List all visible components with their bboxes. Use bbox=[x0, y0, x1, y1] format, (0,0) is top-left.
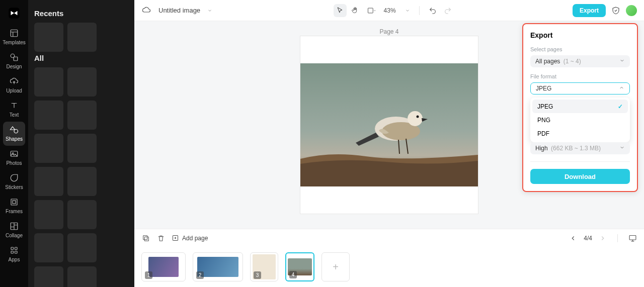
collage-icon bbox=[9, 221, 19, 231]
rail-text[interactable]: Text bbox=[3, 98, 25, 122]
rail-apps[interactable]: Apps bbox=[3, 242, 25, 266]
page-thumb-4[interactable]: 4 bbox=[285, 252, 314, 281]
shape-thumb[interactable] bbox=[34, 134, 63, 163]
download-button[interactable]: Download bbox=[530, 169, 630, 184]
file-format-dropdown[interactable]: JPEG bbox=[530, 82, 630, 94]
svg-rect-7 bbox=[11, 199, 17, 205]
rail-upload[interactable]: Upload bbox=[3, 73, 25, 98]
apps-icon bbox=[9, 245, 19, 255]
svg-point-4 bbox=[14, 129, 18, 133]
undo-button[interactable] bbox=[428, 6, 438, 16]
panel-recents-title: Recents bbox=[34, 9, 128, 18]
main-area: Untitled image 43% Export Page 4 bbox=[134, 0, 644, 287]
rail-collage[interactable]: Collage bbox=[3, 218, 25, 242]
svg-point-18 bbox=[408, 111, 423, 126]
document-title[interactable]: Untitled image bbox=[158, 7, 200, 14]
format-option-pdf[interactable]: PDF bbox=[532, 127, 628, 140]
zoom-caret-icon[interactable] bbox=[405, 6, 411, 15]
design-icon bbox=[9, 52, 19, 62]
canvas-image[interactable] bbox=[300, 63, 478, 186]
format-option-jpeg[interactable]: JPEG✓ bbox=[532, 100, 628, 113]
shape-thumb[interactable] bbox=[34, 67, 63, 97]
svg-rect-3 bbox=[14, 57, 18, 61]
cloud-sync-icon[interactable] bbox=[141, 6, 151, 16]
add-page-button[interactable]: Add page bbox=[172, 234, 208, 242]
nav-rail: Templates Design Upload Text Shapes Phot… bbox=[0, 0, 28, 287]
text-icon bbox=[9, 101, 19, 111]
hand-tool[interactable] bbox=[349, 4, 362, 17]
svg-rect-1 bbox=[11, 30, 18, 37]
delete-page-button[interactable] bbox=[156, 234, 166, 243]
templates-icon bbox=[9, 28, 19, 38]
panel-all-title: All bbox=[34, 54, 128, 62]
shape-thumb[interactable] bbox=[34, 233, 63, 262]
check-icon: ✓ bbox=[618, 103, 623, 110]
app-logo[interactable] bbox=[7, 6, 21, 20]
shield-icon[interactable] bbox=[611, 6, 621, 16]
chevron-down-icon bbox=[619, 145, 625, 152]
shape-thumb[interactable] bbox=[67, 233, 97, 262]
export-panel: Export Select pages All pages (1 ~ 4) Fi… bbox=[522, 23, 638, 192]
page-counter: 4/4 bbox=[584, 235, 592, 242]
export-title: Export bbox=[530, 31, 630, 39]
rail-templates[interactable]: Templates bbox=[3, 25, 25, 49]
title-caret-icon[interactable] bbox=[207, 6, 213, 15]
page-thumb-1[interactable]: 1 bbox=[141, 252, 186, 281]
shape-thumb[interactable] bbox=[34, 200, 63, 229]
next-page-button[interactable] bbox=[598, 234, 607, 243]
svg-rect-12 bbox=[11, 251, 14, 254]
duplicate-page-button[interactable] bbox=[141, 234, 150, 243]
shape-thumb[interactable] bbox=[67, 101, 97, 130]
shape-thumb[interactable] bbox=[34, 167, 63, 196]
format-option-png[interactable]: PNG bbox=[532, 113, 628, 127]
recent-thumb[interactable] bbox=[67, 23, 97, 52]
zoom-level[interactable]: 43% bbox=[384, 7, 396, 14]
add-page-icon bbox=[172, 234, 179, 242]
present-button[interactable] bbox=[628, 234, 637, 243]
photos-icon bbox=[9, 149, 19, 159]
quality-dropdown[interactable]: High (662 KB ~ 1.3 MB) bbox=[530, 142, 630, 154]
stickers-icon bbox=[9, 173, 19, 183]
svg-rect-8 bbox=[13, 201, 16, 204]
select-tool[interactable] bbox=[334, 4, 347, 17]
redo-button[interactable] bbox=[443, 6, 453, 16]
topbar: Untitled image 43% Export bbox=[134, 0, 644, 21]
page-thumb-2[interactable]: 2 bbox=[193, 252, 243, 281]
rail-design[interactable]: Design bbox=[3, 49, 25, 73]
chevron-down-icon bbox=[619, 58, 625, 65]
canvas[interactable]: Page 4 bbox=[134, 21, 644, 229]
shapes-panel: Recents All bbox=[28, 0, 134, 287]
bottom-toolbar: Add page 4/4 bbox=[134, 229, 644, 247]
shapes-icon bbox=[9, 125, 19, 135]
resize-tool[interactable] bbox=[367, 6, 377, 16]
prev-page-button[interactable] bbox=[569, 234, 578, 243]
shape-thumb[interactable] bbox=[34, 101, 63, 130]
rail-photos[interactable]: Photos bbox=[3, 146, 25, 170]
svg-rect-10 bbox=[11, 247, 14, 250]
shape-thumb[interactable] bbox=[67, 167, 97, 196]
page-artboard[interactable] bbox=[300, 36, 478, 214]
rail-stickers[interactable]: Stickers bbox=[3, 170, 25, 194]
chevron-up-icon bbox=[619, 85, 624, 92]
svg-point-19 bbox=[417, 116, 419, 118]
svg-rect-14 bbox=[368, 8, 373, 13]
rail-frames[interactable]: Frames bbox=[3, 194, 25, 218]
svg-rect-11 bbox=[15, 247, 18, 250]
svg-rect-13 bbox=[15, 251, 18, 254]
page-thumbnails: 1 2 3 4 + bbox=[134, 247, 644, 287]
shape-thumb[interactable] bbox=[67, 200, 97, 229]
shape-thumb[interactable] bbox=[67, 266, 97, 287]
rail-shapes[interactable]: Shapes bbox=[3, 122, 25, 146]
page-thumb-3[interactable]: 3 bbox=[250, 252, 278, 281]
frames-icon bbox=[9, 197, 19, 207]
shape-thumb[interactable] bbox=[67, 134, 97, 163]
export-button[interactable]: Export bbox=[573, 4, 606, 17]
select-pages-dropdown[interactable]: All pages (1 ~ 4) bbox=[530, 55, 630, 67]
recent-thumb[interactable] bbox=[34, 23, 63, 52]
user-avatar[interactable] bbox=[626, 5, 637, 16]
shape-thumb[interactable] bbox=[67, 67, 97, 97]
shape-thumb[interactable] bbox=[34, 266, 63, 287]
add-page-thumb[interactable]: + bbox=[321, 252, 350, 281]
file-format-options: JPEG✓ PNG PDF bbox=[530, 98, 630, 142]
upload-icon bbox=[9, 76, 19, 86]
